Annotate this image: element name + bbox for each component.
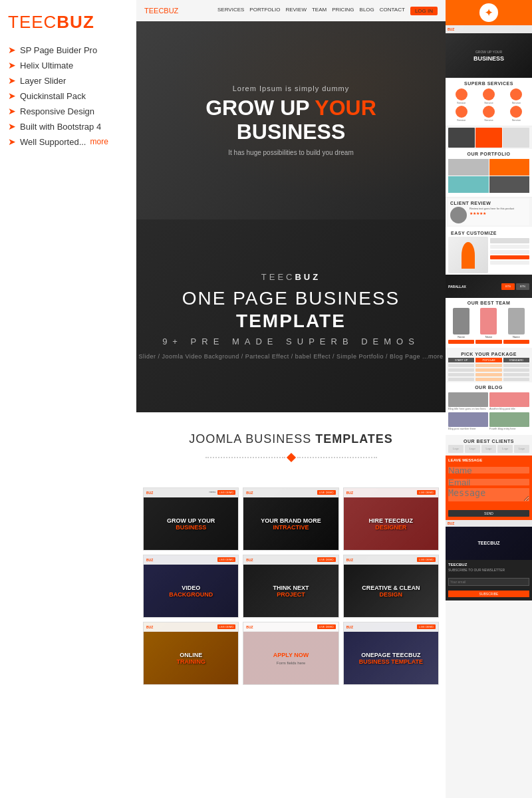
blog-img [448, 392, 488, 407]
contact-name-input[interactable] [448, 467, 529, 473]
blog-item: Fourth blog entry here [489, 412, 529, 431]
blog-title: OUR BLOG [446, 382, 532, 391]
blog-img [489, 412, 529, 427]
contact-email-input[interactable] [448, 479, 529, 485]
pricing-grid: START UP POPULAR [448, 358, 529, 381]
pricing-title: PICK YOUR PACKAGE [448, 349, 529, 358]
sidebar-contact: LEAVE MESSAGE SEND [446, 456, 532, 520]
thumb-title: ONLINE TRAINING [176, 652, 205, 665]
sidebar-portfolio: OUR PORTFOLIO [446, 149, 532, 198]
portfolio-title: OUR PORTFOLIO [446, 149, 532, 158]
promo-features: Slider / Joomla Video Background / Parte… [136, 353, 446, 360]
list-item: ➤SP Page Buider Pro [8, 45, 128, 55]
client-logo: Logo [497, 445, 513, 453]
nav-brand-text: TEECBUZ [144, 7, 178, 15]
price-row [475, 368, 501, 372]
thumb-brand: BUZ [146, 491, 153, 495]
joomla-section: JOOMLA BUSINESS TEMPLATES [136, 412, 446, 487]
thumb-brand: BUZ [346, 625, 353, 629]
blog-img [448, 412, 488, 427]
sidebar-buz-preview: BUZ TEECBUZ [446, 520, 532, 560]
hero-title: GROW UP YOUR BUSINESS [205, 96, 376, 143]
thumb-body: CREATIVE & CLEAN DESIGN [344, 565, 438, 617]
page-wrapper: TEECBUZ ➤SP Page Buider Pro ➤Helix Ultim… [0, 0, 532, 798]
nav-login-button[interactable]: LOG IN [410, 7, 438, 15]
hero-title-highlight: YOUR [315, 96, 376, 120]
template-thumb-4[interactable]: BUZ LIVE DEMO VIDEO BACKGROUND [143, 555, 239, 618]
team-member: Name [503, 308, 529, 344]
thumb-title: HIRE TEECBUZ DESIGNER [369, 517, 414, 531]
more-link[interactable]: more [90, 137, 108, 146]
nav-link-portfolio[interactable]: PORTFOLIO [249, 7, 280, 15]
divider-line-right [297, 457, 377, 458]
portfolio-item [448, 176, 489, 193]
hero-nav-links: SERVICES PORTFOLIO REVIEW TEAM PRICING B… [217, 7, 438, 15]
thumb-body: ONEPAGE TEECBUZ BUSINESS TEMPLATE [344, 632, 438, 684]
joomla-title-bold: TEMPLATES [315, 432, 393, 446]
blog-text: Fourth blog entry here [489, 428, 529, 431]
price-label: STANDARD [503, 358, 529, 362]
services-title: SUPERB SERVICES [446, 78, 532, 87]
nav-link-blog[interactable]: BLOG [360, 7, 374, 15]
services-grid: Service Service Service Service Service … [446, 87, 532, 123]
thumb-brand: BUZ [246, 625, 253, 629]
thumb-title: VIDEO BACKGROUND [169, 585, 213, 598]
contact-submit-button[interactable]: SEND [448, 510, 529, 517]
promo-title-light: ONE PAGE BUSINESS [182, 288, 400, 309]
customize-title: Easy Customize [448, 228, 529, 237]
thumb-nav: BUZ LIVE DEMO [144, 622, 238, 632]
list-item: ➤Built with Bootstrap 4 [8, 121, 128, 132]
team-grid: Name Name Name [446, 307, 532, 345]
template-thumb-3[interactable]: BUZ LIVE DEMO HIRE TEECBUZ DESIGNER [343, 487, 439, 551]
price-row [448, 364, 474, 367]
nav-link-pricing[interactable]: PRICING [332, 7, 354, 15]
hero-description: It has huge possibilities to build you d… [228, 149, 353, 156]
hero-subtitle: Lorem Ipsum is simply dummy [233, 84, 350, 92]
sidebar-customize: Easy Customize [446, 227, 532, 275]
thumb-nav: BUZ LIVE DEMO [144, 555, 238, 565]
nav-link-review[interactable]: REVIEW [285, 7, 307, 15]
brand-logo: TEECBUZ [8, 12, 128, 33]
thumb-nav: BUZ LIVE DEMO [243, 622, 338, 632]
sidebar-img [475, 128, 502, 148]
right-sidebar: ✦ BUZ GROW UP YOUR BUSINESS SUPERB SERVI… [446, 0, 532, 798]
template-thumb-8[interactable]: BUZ LIVE DEMO APPLY NOW Form fields here [243, 622, 338, 685]
service-item: Service [475, 88, 501, 104]
nav-link-services[interactable]: SERVICES [217, 7, 244, 15]
contact-message-input[interactable] [448, 488, 529, 501]
template-thumb-7[interactable]: BUZ LIVE DEMO ONLINE TRAINING [143, 622, 239, 685]
blog-item: Blog post number three [448, 412, 488, 431]
price-row [448, 368, 474, 372]
nav-link-team[interactable]: TEAM [312, 7, 327, 15]
price-col: START UP [448, 358, 474, 381]
list-item: ➤Layer Slider [8, 75, 128, 86]
thumb-badge: LIVE DEMO [317, 490, 336, 495]
brand-light: TEEC [8, 12, 57, 32]
nav-link-contact[interactable]: CONTACT [380, 7, 405, 15]
template-thumb-6[interactable]: BUZ LIVE DEMO CREATIVE & CLEAN DESIGN [343, 555, 439, 618]
template-grid: BUZ menu LIVE DEMO GROW UP YOUR BUSINESS [136, 487, 446, 698]
thumb-body: YOUR BRAND MORE INTRACTIVE [243, 497, 338, 550]
template-thumb-1[interactable]: BUZ menu LIVE DEMO GROW UP YOUR BUSINESS [143, 487, 239, 551]
thumb-nav: BUZ LIVE DEMO [344, 555, 438, 565]
newsletter-submit-button[interactable]: SUBSCRIBE [448, 591, 529, 597]
feature-list: ➤SP Page Buider Pro ➤Helix Ultimate ➤Lay… [8, 45, 128, 147]
thumb-title: ONEPAGE TEECBUZ BUSINESS TEMPLATE [359, 652, 423, 665]
footer-brand: TEECBUZ [448, 563, 529, 567]
client-logo: Logo [514, 445, 529, 453]
template-thumb-5[interactable]: BUZ LIVE DEMO THINK NEXT PROJECT [243, 555, 338, 618]
portfolio-item [489, 159, 530, 176]
price-row [475, 373, 501, 376]
joomla-icon: ✦ [479, 3, 498, 22]
team-title: OUR BEST TEAM [446, 298, 532, 307]
thumb-badge: LIVE DEMO [417, 624, 436, 629]
service-item: Service [448, 88, 474, 104]
blog-text: Blog title here goes on two lines [448, 408, 488, 411]
sidebar-clients: OUR BEST CLIENTS Logo Logo Logo Logo Log… [446, 435, 532, 454]
price-row [475, 378, 501, 381]
template-thumb-2[interactable]: BUZ LIVE DEMO YOUR BRAND MORE INTRACTIVE [243, 487, 338, 551]
newsletter-input[interactable] [448, 578, 529, 586]
service-item: Service [448, 106, 474, 122]
thumb-title: THINK NEXT PROJECT [273, 585, 309, 598]
template-thumb-9[interactable]: BUZ LIVE DEMO ONEPAGE TEECBUZ BUSINESS T… [343, 622, 439, 685]
